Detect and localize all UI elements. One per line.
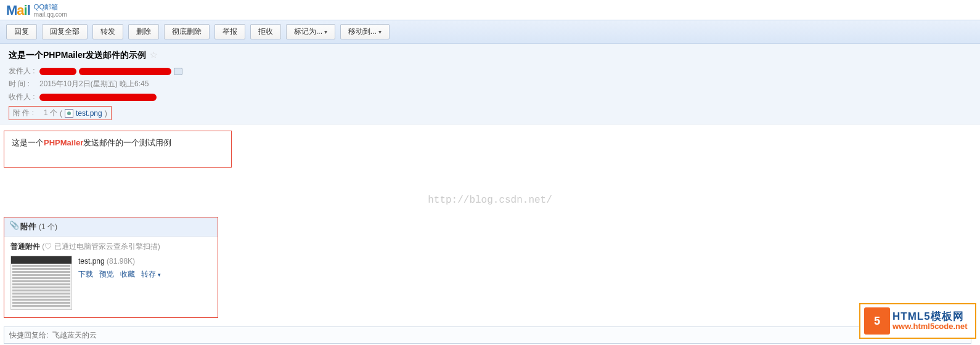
image-icon — [65, 109, 73, 118]
mail-body: 这是一个PHPMailer发送邮件的一个测试用例 — [4, 131, 232, 168]
download-link[interactable]: 下载 — [78, 269, 93, 280]
quick-reply-box[interactable] — [4, 327, 971, 344]
mail-logo-icon: Mail — [6, 2, 30, 18]
vcard-icon[interactable] — [174, 68, 182, 75]
to-label: 收件人 : — [9, 92, 37, 102]
attachment-item: test.png (81.98K) 下载 预览 收藏 转存 — [10, 256, 211, 310]
brand-name: QQ邮箱 — [34, 3, 67, 10]
badge-url: www.html5code.net — [892, 322, 968, 331]
reply-all-button[interactable]: 回复全部 — [42, 24, 88, 39]
to-redacted — [39, 94, 157, 101]
attachment-label: 附 件 : — [13, 108, 41, 118]
attachment-thumbnail[interactable] — [10, 256, 72, 310]
attachments-count: (1 个) — [39, 222, 57, 232]
normal-attachment-label: 普通附件 — [10, 242, 40, 251]
mail-subject: 这是一个PHPMailer发送邮件的示例 — [9, 50, 146, 60]
time-label: 时 间 : — [9, 79, 37, 89]
from-redacted — [39, 68, 76, 75]
scan-text: 已通过电脑管家云查杀引擎扫描 — [54, 242, 158, 251]
file-name: test.png — [78, 257, 105, 266]
badge-title: HTML5模板网 — [892, 310, 968, 323]
preview-link[interactable]: 预览 — [99, 269, 114, 280]
attachment-inline-row: 附 件 : 1 个 ( test.png ) — [9, 106, 112, 120]
star-icon[interactable]: ☆ — [150, 50, 158, 60]
site-badge[interactable]: 5 HTML5模板网 www.html5code.net — [859, 303, 976, 339]
html5-icon: 5 — [864, 307, 890, 335]
file-size: (81.98K) — [107, 257, 135, 266]
delete-permanent-button[interactable]: 彻底删除 — [164, 24, 210, 39]
save-to-dropdown[interactable]: 转存 — [141, 269, 161, 280]
paperclip-icon — [9, 222, 18, 231]
logo-area: Mail QQ邮箱 mail.qq.com — [0, 0, 980, 20]
mark-as-dropdown[interactable]: 标记为... — [286, 24, 335, 39]
forward-button[interactable]: 转发 — [92, 24, 123, 39]
delete-button[interactable]: 删除 — [128, 24, 159, 39]
from-label: 发件人 : — [9, 66, 37, 76]
attachments-section: 附件(1 个) 普通附件 (♡ 已通过电脑管家云查杀引擎扫描) test.png… — [4, 217, 218, 318]
mail-toolbar: 回复 回复全部 转发 删除 彻底删除 举报 拒收 标记为... 移动到... — [0, 20, 980, 44]
move-to-dropdown[interactable]: 移动到... — [340, 24, 390, 39]
reply-button[interactable]: 回复 — [6, 24, 37, 39]
attachment-filename-link[interactable]: test.png — [76, 109, 102, 118]
brand-domain: mail.qq.com — [34, 11, 67, 18]
favorite-link[interactable]: 收藏 — [120, 269, 135, 280]
from-email-redacted — [79, 68, 171, 75]
attachments-header: 附件(1 个) — [4, 217, 218, 237]
mail-header: 这是一个PHPMailer发送邮件的示例 ☆ 发件人 : 时 间 : 2015年… — [0, 44, 980, 124]
report-button[interactable]: 举报 — [214, 24, 245, 39]
attachments-title: 附件 — [20, 221, 36, 232]
reject-button[interactable]: 拒收 — [250, 24, 281, 39]
mail-body-text: 这是一个PHPMailer发送邮件的一个测试用例 — [12, 138, 171, 147]
shield-icon: ♡ — [44, 242, 52, 251]
watermark-text: http://blog.csdn.net/ — [0, 195, 980, 206]
quick-reply-input[interactable] — [9, 331, 966, 339]
logo-text: QQ邮箱 mail.qq.com — [34, 3, 67, 17]
time-value: 2015年10月2日(星期五) 晚上6:45 — [39, 79, 149, 89]
attachment-count: 1 个 — [44, 108, 57, 118]
